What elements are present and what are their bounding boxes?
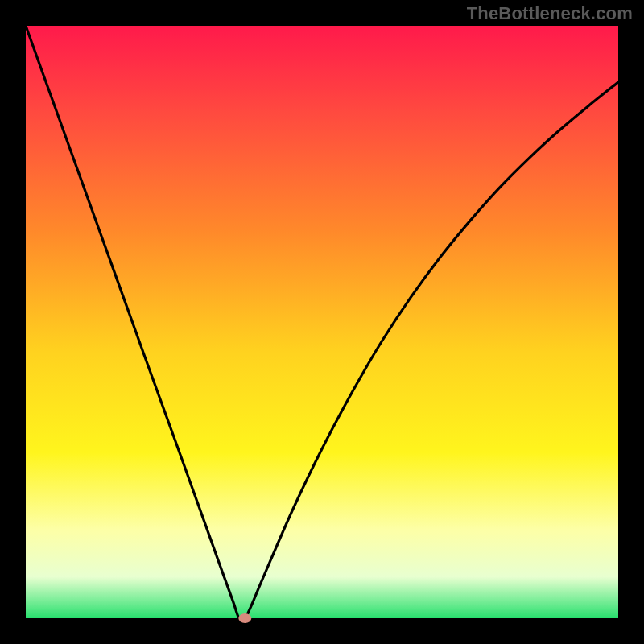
chart-frame: TheBottleneck.com xyxy=(0,0,644,644)
bottleneck-chart xyxy=(0,0,644,644)
optimal-point-marker xyxy=(238,613,251,623)
plot-background xyxy=(26,26,618,618)
